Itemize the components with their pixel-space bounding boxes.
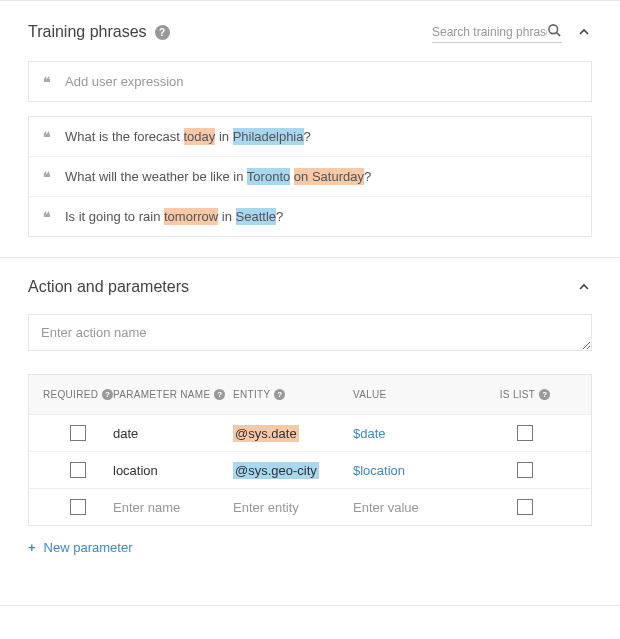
table-row: location@sys.geo-city$location (29, 451, 591, 488)
header-islist: IS LIST (500, 389, 535, 400)
entity-city: Seattle (236, 208, 276, 225)
add-parameter-button[interactable]: + New parameter (28, 540, 132, 555)
training-phrase-row[interactable]: ❝Is it going to rain tomorrow in Seattle… (29, 197, 591, 236)
header-required: REQUIRED (43, 389, 98, 400)
svg-point-0 (549, 25, 558, 34)
action-header: Action and parameters (28, 278, 592, 296)
param-value-input[interactable]: Enter value (353, 500, 473, 515)
param-name[interactable]: location (113, 463, 233, 478)
header-value: VALUE (353, 389, 387, 400)
help-icon[interactable]: ? (539, 389, 550, 400)
table-row: date@sys.date$date (29, 414, 591, 451)
search-input[interactable] (432, 25, 547, 39)
param-table: REQUIRED ? PARAMETER NAME ? ENTITY ? VAL… (28, 374, 592, 526)
entity-date: tomorrow (164, 208, 218, 225)
param-table-header: REQUIRED ? PARAMETER NAME ? ENTITY ? VAL… (29, 375, 591, 414)
add-parameter-label: New parameter (44, 540, 133, 555)
training-header: Training phrases ? (28, 21, 592, 43)
islist-checkbox[interactable] (517, 499, 533, 515)
param-entity[interactable]: @sys.date (233, 426, 353, 441)
training-title: Training phrases (28, 23, 147, 41)
phrase-text: What is the forecast today in Philadelph… (65, 129, 311, 144)
quote-icon: ❝ (43, 170, 51, 184)
param-entity-input[interactable]: Enter entity (233, 500, 353, 515)
help-icon[interactable]: ? (155, 25, 170, 40)
table-row-new: Enter name Enter entity Enter value (29, 488, 591, 525)
param-entity[interactable]: @sys.geo-city (233, 463, 353, 478)
required-checkbox[interactable] (70, 425, 86, 441)
param-name[interactable]: date (113, 426, 233, 441)
search-wrap (432, 21, 562, 43)
action-section: Action and parameters REQUIRED ? PARAMET… (0, 258, 620, 575)
entity-city: Philadelphia (233, 128, 304, 145)
entity-city: Toronto (247, 168, 290, 185)
plus-icon: + (28, 540, 36, 555)
collapse-action-icon[interactable] (576, 279, 592, 295)
islist-checkbox[interactable] (517, 462, 533, 478)
add-phrase-placeholder: Add user expression (65, 74, 184, 89)
islist-checkbox[interactable] (517, 425, 533, 441)
header-entity: ENTITY (233, 389, 270, 400)
training-section: Training phrases ? ❝ Add user expression… (0, 1, 620, 257)
help-icon[interactable]: ? (102, 389, 113, 400)
add-phrase-input[interactable]: ❝ Add user expression (28, 61, 592, 102)
required-checkbox[interactable] (70, 462, 86, 478)
help-icon[interactable]: ? (274, 389, 285, 400)
quote-icon: ❝ (43, 130, 51, 144)
phrase-list: ❝What is the forecast today in Philadelp… (28, 116, 592, 237)
param-name-input[interactable]: Enter name (113, 500, 233, 515)
param-value[interactable]: $date (353, 426, 473, 441)
entity-date: on Saturday (294, 168, 364, 185)
param-value[interactable]: $location (353, 463, 473, 478)
phrase-text: What will the weather be like in Toronto… (65, 169, 371, 184)
svg-line-1 (556, 32, 560, 36)
training-phrase-row[interactable]: ❝What will the weather be like in Toront… (29, 157, 591, 197)
action-name-input[interactable] (28, 314, 592, 351)
entity-date: today (184, 128, 216, 145)
required-checkbox[interactable] (70, 499, 86, 515)
help-icon[interactable]: ? (214, 389, 225, 400)
action-title: Action and parameters (28, 278, 189, 296)
search-icon[interactable] (547, 23, 562, 40)
quote-icon: ❝ (43, 75, 51, 89)
quote-icon: ❝ (43, 210, 51, 224)
training-phrase-row[interactable]: ❝What is the forecast today in Philadelp… (29, 117, 591, 157)
header-name: PARAMETER NAME (113, 389, 210, 400)
phrase-text: Is it going to rain tomorrow in Seattle? (65, 209, 283, 224)
collapse-training-icon[interactable] (576, 24, 592, 40)
